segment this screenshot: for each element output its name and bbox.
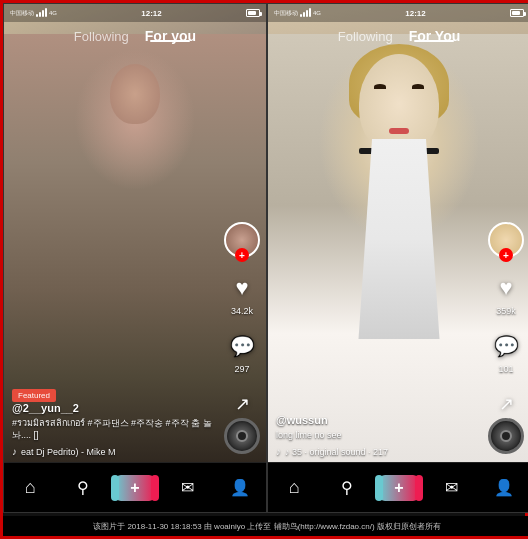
nav-underline-right	[414, 40, 454, 42]
music-title-left: eat Dj Pedrito) - Mike M	[21, 447, 116, 457]
music-disc-right	[488, 418, 524, 454]
signal-bar-r3	[306, 10, 308, 17]
like-action-left[interactable]: ♥ 34.2k	[226, 272, 258, 316]
avatar-container-right: +	[488, 222, 524, 258]
time-right: 12:12	[405, 9, 425, 18]
music-row-right: ♪ ♪ 35 · original sound · 217	[276, 446, 480, 457]
comment-icon-left: 💬	[226, 330, 258, 362]
music-title-right: ♪ 35 · original sound · 217	[285, 447, 388, 457]
status-right-info	[246, 9, 260, 17]
nav-following-right[interactable]: Following	[338, 29, 393, 44]
music-disc-inner-left	[236, 430, 248, 442]
nav-profile-left[interactable]: 👤	[214, 478, 266, 497]
add-icon-right: +	[394, 479, 403, 497]
footer-caption-bar: 该图片于 2018-11-30 18:18:53 由 woainiyo 上传至 …	[3, 516, 528, 536]
music-disc-inner-right	[500, 430, 512, 442]
signal-bar-2	[39, 12, 41, 17]
top-nav-right: Following For You	[268, 22, 528, 50]
messages-icon-right: ✉	[445, 478, 458, 497]
signal-bar-1	[36, 14, 38, 17]
bottom-info-right: @wussun long lime no see ♪ ♪ 35 · origin…	[276, 414, 480, 457]
battery-left	[246, 9, 260, 17]
battery-fill-right	[512, 11, 520, 15]
add-icon-left: +	[130, 479, 139, 497]
eye-right-right	[412, 84, 424, 89]
avatar-container-left: +	[224, 222, 260, 258]
status-bar-left: 中国移动 4G 12:12	[4, 4, 266, 22]
signal-bars-left	[36, 9, 47, 17]
face-left	[110, 64, 160, 124]
bottom-nav-left: ⌂ ⚲ + ✉ 👤	[4, 462, 266, 512]
comment-action-right[interactable]: 💬 101	[490, 330, 522, 374]
signal-bar-3	[42, 10, 44, 17]
nav-search-right[interactable]: ⚲	[320, 478, 372, 497]
nav-underline-left	[150, 40, 190, 42]
nav-foryou-wrap-right: For You	[409, 28, 461, 44]
profile-icon-left: 👤	[230, 478, 250, 497]
phone-left: 中国移动 4G 12:12	[3, 3, 267, 513]
app-container: 中国移动 4G 12:12	[0, 0, 528, 539]
like-count-left: 34.2k	[231, 306, 253, 316]
heart-icon-left: ♥	[226, 272, 258, 304]
status-bar-right: 中国移动 4G 12:12	[268, 4, 528, 22]
add-button-right[interactable]: +	[379, 475, 419, 501]
signal-bar-r1	[300, 14, 302, 17]
bottom-info-left: @2__yun__2 #รวมมิลรสลิกเกอร์ #주파댄스 #주작송 …	[12, 402, 216, 457]
like-action-right[interactable]: ♥ 359k	[490, 272, 522, 316]
search-icon-left: ⚲	[77, 478, 89, 497]
share-icon-left: ↗	[226, 388, 258, 420]
lips-right	[389, 128, 409, 134]
phone-right: 中国移动 4G 12:12	[267, 3, 528, 513]
signal-bars-right	[300, 9, 311, 17]
signal-bar-4	[45, 8, 47, 17]
avatar-plus-right[interactable]: +	[499, 248, 513, 262]
avatar-plus-left[interactable]: +	[235, 248, 249, 262]
heart-icon-right: ♥	[490, 272, 522, 304]
music-row-left: ♪ eat Dj Pedrito) - Mike M	[12, 446, 216, 457]
username-right: @wussun	[276, 414, 480, 426]
comment-icon-right: 💬	[490, 330, 522, 362]
time-left: 12:12	[141, 9, 161, 18]
nav-messages-right[interactable]: ✉	[425, 478, 477, 497]
profile-icon-right: 👤	[494, 478, 514, 497]
nav-following-left[interactable]: Following	[74, 29, 129, 44]
signal-bar-r2	[303, 12, 305, 17]
action-bar-right: + ♥ 359k 💬 101 ↗ Share	[488, 222, 524, 432]
search-icon-right: ⚲	[341, 478, 353, 497]
nav-add-left[interactable]: +	[109, 475, 161, 501]
status-left-info: 中国移动 4G	[10, 9, 57, 18]
home-icon-right: ⌂	[289, 477, 300, 498]
phones-row: 中国移动 4G 12:12	[3, 3, 528, 513]
description-right: long lime no see	[276, 429, 480, 442]
battery-fill-left	[248, 11, 256, 15]
comment-count-left: 297	[234, 364, 249, 374]
battery-tip-left	[260, 12, 262, 16]
music-disc-left	[224, 418, 260, 454]
network-type-left: 4G	[49, 10, 57, 16]
footer-caption-text: 该图片于 2018-11-30 18:18:53 由 woainiyo 上传至 …	[93, 521, 441, 532]
status-left-right: 中国移动 4G	[274, 9, 321, 18]
like-count-right: 359k	[496, 306, 516, 316]
music-note-icon-right: ♪	[276, 446, 281, 457]
status-right-right	[510, 9, 524, 17]
nav-search-left[interactable]: ⚲	[56, 478, 108, 497]
messages-icon-left: ✉	[181, 478, 194, 497]
nav-foryou-wrap-left: For you	[145, 28, 196, 44]
nav-add-right[interactable]: +	[373, 475, 425, 501]
username-left: @2__yun__2	[12, 402, 216, 414]
nav-home-right[interactable]: ⌂	[268, 477, 320, 498]
hashtags-left: #รวมมิลรสลิกเกอร์ #주파댄스 #주작송 #주작 춤 놀놔...…	[12, 417, 216, 442]
comment-count-right: 101	[498, 364, 513, 374]
share-icon-right: ↗	[490, 388, 522, 420]
home-icon-left: ⌂	[25, 477, 36, 498]
signal-bar-r4	[309, 8, 311, 17]
comment-action-left[interactable]: 💬 297	[226, 330, 258, 374]
action-bar-left: + ♥ 34.2k 💬 297 ↗ Share	[224, 222, 260, 432]
network-type-right: 4G	[313, 10, 321, 16]
top-nav-left: Following For you	[4, 22, 266, 50]
carrier-right: 中国移动	[274, 9, 298, 18]
nav-home-left[interactable]: ⌂	[4, 477, 56, 498]
nav-messages-left[interactable]: ✉	[161, 478, 213, 497]
add-button-left[interactable]: +	[115, 475, 155, 501]
nav-profile-right[interactable]: 👤	[478, 478, 528, 497]
